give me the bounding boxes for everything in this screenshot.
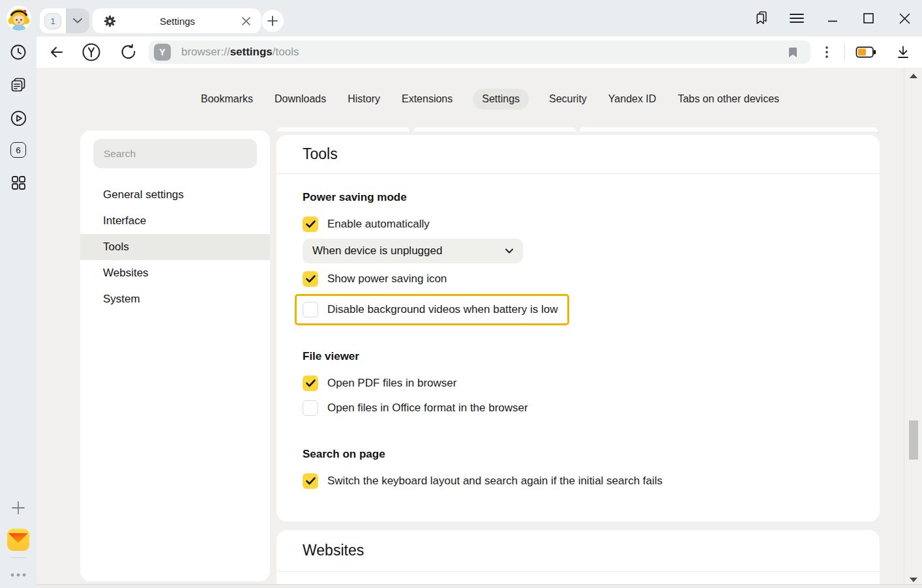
- feed-button[interactable]: [0, 72, 37, 98]
- sidebar-item-general-settings[interactable]: General settings: [80, 182, 270, 208]
- bookmarks-panel-button[interactable]: [752, 10, 769, 27]
- plus-icon: [11, 501, 25, 515]
- tab-title: Settings: [116, 16, 239, 27]
- reload-button[interactable]: [117, 37, 140, 68]
- websites-card: Websites: [276, 530, 880, 585]
- new-tab-button[interactable]: [261, 10, 284, 32]
- address-bar[interactable]: Y browser://settings/tools: [149, 40, 810, 64]
- settings-page: Bookmarks Downloads History Extensions S…: [37, 68, 922, 588]
- highlight-frame: Disable background videos when battery i…: [295, 294, 569, 325]
- search-input[interactable]: [93, 139, 257, 168]
- battery-icon: [855, 45, 878, 59]
- mail-app-icon: [7, 529, 29, 551]
- site-badge-icon: Y: [154, 44, 171, 61]
- grid-icon: [10, 175, 26, 190]
- checkbox-checked-icon[interactable]: [303, 375, 318, 391]
- toolbar: Y browser://settings/tools: [37, 37, 922, 68]
- profile-avatar[interactable]: [7, 6, 31, 31]
- tab-group-expand-button[interactable]: [66, 8, 89, 33]
- settings-nav: Bookmarks Downloads History Extensions S…: [200, 88, 781, 110]
- yandex-logo-icon: [82, 42, 101, 62]
- browser-window: 1 Settings: [0, 0, 922, 588]
- settings-sections-list: General settings Interface Tools Website…: [80, 182, 270, 312]
- nav-tab-extensions[interactable]: Extensions: [400, 89, 454, 110]
- sidebar-item-tools[interactable]: Tools: [80, 234, 270, 260]
- window-controls: [752, 0, 913, 37]
- minimize-button[interactable]: [824, 10, 841, 27]
- tools-card: Tools Power saving mode Enable automatic…: [276, 135, 880, 522]
- checkbox-checked-icon[interactable]: [303, 271, 318, 287]
- checkbox-row-switch-keyboard-layout[interactable]: Switch the keyboard layout and search ag…: [303, 469, 854, 493]
- bookmarks-icon: [753, 10, 769, 26]
- checkbox-row-disable-background-videos[interactable]: Disable background videos when battery i…: [303, 301, 558, 319]
- checkbox-unchecked-icon[interactable]: [303, 302, 318, 317]
- browser-home-button[interactable]: [80, 37, 102, 68]
- url-text[interactable]: browser://settings/tools: [181, 46, 786, 59]
- ellipsis-icon: [10, 573, 26, 577]
- tab-group[interactable]: 1: [40, 8, 89, 33]
- sidebar-item-interface[interactable]: Interface: [80, 208, 270, 234]
- more-actions-button[interactable]: [816, 37, 838, 68]
- hamburger-icon: [790, 13, 804, 23]
- nav-tab-other-devices[interactable]: Tabs on other devices: [676, 89, 781, 110]
- titlebar: 1 Settings: [0, 0, 922, 37]
- checkbox-row-open-office[interactable]: Open files in Office format in the brows…: [303, 396, 854, 420]
- checkbox-checked-icon[interactable]: [303, 473, 318, 489]
- checkbox-row-show-power-saving-icon[interactable]: Show power saving icon: [303, 267, 854, 291]
- checkbox-unchecked-icon[interactable]: [303, 400, 318, 416]
- tab-settings[interactable]: Settings: [93, 8, 261, 33]
- scroll-down-arrow[interactable]: [910, 578, 917, 582]
- side-rail: 6: [0, 37, 37, 588]
- kebab-menu-icon: [825, 46, 828, 58]
- window-bottom-edge: [37, 584, 922, 588]
- card-edge-strip: [277, 127, 409, 132]
- checkbox-row-enable-automatically[interactable]: Enable automatically: [303, 212, 854, 237]
- scrollbar-thumb[interactable]: [909, 420, 918, 460]
- maximize-button[interactable]: [860, 10, 877, 27]
- sidebar-item-system[interactable]: System: [80, 286, 270, 312]
- scroll-up-arrow[interactable]: [910, 74, 917, 78]
- websites-card-title: Websites: [276, 530, 880, 572]
- maximize-icon: [863, 12, 874, 24]
- section-heading-power-saving: Power saving mode: [303, 191, 854, 204]
- nav-tab-history[interactable]: History: [346, 89, 381, 110]
- play-icon: [10, 110, 27, 127]
- rail-divider: [10, 557, 26, 558]
- history-button[interactable]: [0, 39, 37, 65]
- menu-button[interactable]: [788, 10, 805, 27]
- checkbox-row-open-pdf[interactable]: Open PDF files in browser: [303, 371, 854, 396]
- apps-grid-button[interactable]: [0, 169, 37, 196]
- rail-downloads-button[interactable]: 6: [0, 137, 37, 163]
- nav-tab-downloads[interactable]: Downloads: [273, 89, 327, 110]
- back-arrow-icon: [49, 44, 65, 60]
- page-scrollbar[interactable]: [904, 68, 922, 588]
- news-icon: [10, 76, 27, 93]
- checkbox-checked-icon[interactable]: [303, 216, 318, 232]
- rail-more-button[interactable]: [0, 562, 37, 588]
- close-icon: [899, 13, 910, 24]
- power-saving-trigger-dropdown[interactable]: When device is unplugged: [303, 239, 523, 263]
- downloads-button[interactable]: [892, 37, 914, 68]
- video-button[interactable]: [0, 105, 37, 131]
- close-window-button[interactable]: [896, 10, 913, 27]
- plus-icon: [267, 16, 278, 26]
- sidebar-item-websites[interactable]: Websites: [80, 260, 270, 286]
- section-heading-file-viewer: File viewer: [303, 350, 854, 363]
- nav-tab-security[interactable]: Security: [548, 89, 588, 110]
- power-saving-button[interactable]: [855, 37, 878, 68]
- close-icon: [242, 17, 250, 25]
- tab-close-button[interactable]: [239, 14, 253, 28]
- bookmark-icon[interactable]: [786, 45, 800, 59]
- nav-tab-bookmarks[interactable]: Bookmarks: [200, 89, 254, 110]
- section-heading-search-on-page: Search on page: [303, 448, 854, 461]
- card-edge-strip: [413, 127, 576, 132]
- gear-icon: [104, 15, 116, 27]
- clock-icon: [10, 44, 27, 61]
- page-title: Tools: [276, 135, 880, 174]
- nav-tab-yandex-id[interactable]: Yandex ID: [607, 89, 658, 110]
- nav-tab-settings[interactable]: Settings: [473, 89, 529, 110]
- yandex-mail-button[interactable]: [0, 527, 37, 553]
- back-button[interactable]: [46, 37, 68, 68]
- tab-group-count: 1: [40, 8, 66, 33]
- add-panel-button[interactable]: [0, 495, 37, 521]
